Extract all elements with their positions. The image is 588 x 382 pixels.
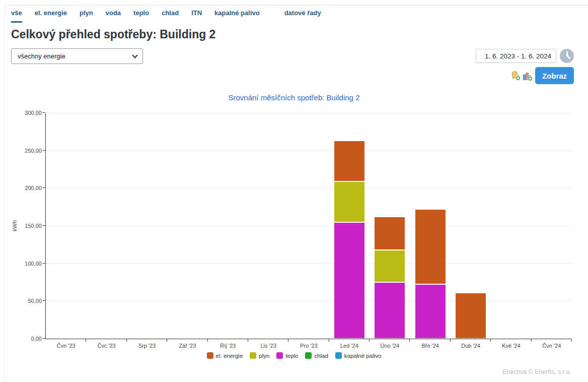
bar-segment-teplo[interactable] (415, 284, 446, 339)
x-tick-label: Bře '24 (410, 343, 450, 349)
y-tick (43, 338, 45, 339)
tab-plyn[interactable]: plyn (80, 9, 93, 21)
x-tick (531, 339, 532, 342)
x-tick (369, 339, 370, 342)
x-tick (450, 339, 451, 342)
x-tick-label: Kvě '24 (491, 343, 531, 349)
bar-segment-teplo[interactable] (374, 282, 405, 339)
legend-swatch (305, 352, 312, 359)
x-tick (409, 339, 410, 342)
bar-segment-teplo[interactable] (334, 222, 365, 339)
gridline (46, 150, 571, 151)
y-tick-label: 200,00 (11, 185, 42, 191)
bar-segment-plyn[interactable] (334, 181, 365, 222)
tab-itn[interactable]: ITN (191, 9, 202, 21)
show-button[interactable]: Zobraz (535, 67, 574, 84)
energy-type-select-wrap: všechny energie (11, 48, 143, 64)
x-tick-label: Srp '23 (127, 343, 167, 349)
tab-bar: všeel. energieplynvodateplochladITNkapal… (11, 8, 334, 23)
y-tick (43, 187, 45, 188)
y-tick-label: 250,00 (11, 148, 42, 154)
x-tick (126, 339, 127, 342)
y-tick-label: 50,00 (11, 298, 42, 304)
y-tick (43, 225, 45, 226)
legend-swatch (207, 352, 213, 359)
add-alert-bell-icon[interactable] (510, 70, 521, 81)
y-tick (43, 112, 45, 113)
date-range-input[interactable] (476, 49, 556, 63)
x-tick-label: Čvc '23 (86, 343, 126, 349)
tab-chlad[interactable]: chlad (162, 9, 179, 21)
clock-hour-hand (566, 55, 570, 59)
gridline (46, 113, 571, 113)
legend-label: chlad (314, 353, 328, 359)
tab-teplo[interactable]: teplo (133, 9, 149, 21)
footer-credit: Enectiva © Enerfis, s.r.o. (502, 368, 571, 375)
consumption-chart: Srovnání měsíčních spotřeb: Building 2 k… (10, 91, 578, 365)
x-tick-label: Dub '24 (451, 343, 491, 349)
x-tick (167, 339, 167, 342)
tab-vse[interactable]: vše (11, 9, 22, 23)
x-tick (288, 339, 288, 342)
gridline (46, 301, 571, 301)
x-tick-label: Čvn '23 (46, 343, 86, 349)
legend-swatch (250, 352, 256, 359)
x-tick-label: Pro '23 (288, 343, 329, 349)
legend-label: teplo (285, 353, 298, 359)
legend-item-kapalne-palivo[interactable]: kapalné palivo (335, 352, 382, 359)
legend-item-teplo[interactable]: teplo (276, 352, 298, 359)
x-tick-label: Čvn '24 (532, 343, 572, 349)
x-tick-label: Led '24 (329, 343, 370, 349)
x-tick-label: Zář '23 (167, 343, 207, 349)
y-tick (43, 150, 45, 151)
y-tick (43, 263, 45, 264)
bar-segment-el-energie[interactable] (415, 209, 446, 284)
gridline (46, 226, 571, 226)
x-tick-label: Lis '23 (248, 343, 288, 349)
legend-label: plyn (259, 353, 269, 359)
gridline (46, 188, 571, 188)
y-tick-label: 100,00 (11, 261, 42, 267)
y-tick-label: 300,00 (11, 110, 42, 116)
x-tick (329, 339, 329, 342)
x-tick-label: Úno '24 (370, 343, 410, 349)
y-tick-label: 150,00 (11, 223, 42, 229)
y-tick-label: 0,00 (11, 336, 42, 342)
x-tick (490, 339, 491, 342)
tab-voda[interactable]: voda (106, 9, 121, 21)
x-tick (86, 339, 86, 342)
gridline (46, 263, 571, 264)
tab-datove-rady[interactable]: datové řady (284, 9, 321, 21)
add-chart-icon[interactable] (522, 71, 533, 82)
legend-swatch (335, 352, 342, 359)
tab-kapalne-palivo[interactable]: kapalné palivo (214, 9, 260, 21)
y-tick (43, 300, 45, 301)
plot-area: 0,0050,00100,00150,00200,00250,00300,00Č… (45, 113, 571, 339)
bar-segment-plyn[interactable] (374, 250, 405, 282)
legend-item-chlad[interactable]: chlad (305, 352, 328, 359)
energy-type-select[interactable]: všechny energie (11, 48, 143, 64)
bar-segment-el-energie[interactable] (374, 217, 405, 250)
x-tick (207, 339, 208, 342)
x-tick (571, 339, 572, 342)
legend-item-plyn[interactable]: plyn (250, 352, 269, 359)
bar-segment-el-energie[interactable] (455, 293, 486, 339)
legend-label: el. energie (216, 353, 243, 359)
legend-label: kapalné palivo (344, 353, 382, 359)
legend-item-el-energie[interactable]: el. energie (207, 352, 243, 359)
page-title: Celkový přehled spotřeby: Building 2 (11, 28, 215, 41)
chart-title: Srovnání měsíčních spotřeb: Building 2 (10, 93, 578, 102)
clock-icon[interactable] (560, 49, 574, 63)
tab-el-energie[interactable]: el. energie (35, 9, 67, 21)
x-tick (248, 339, 248, 342)
x-tick-label: Říj '23 (208, 343, 248, 349)
chart-legend: el. energieplynteplochladkapalné palivo (10, 352, 578, 361)
legend-swatch (276, 352, 283, 359)
bar-segment-el-energie[interactable] (334, 141, 365, 181)
